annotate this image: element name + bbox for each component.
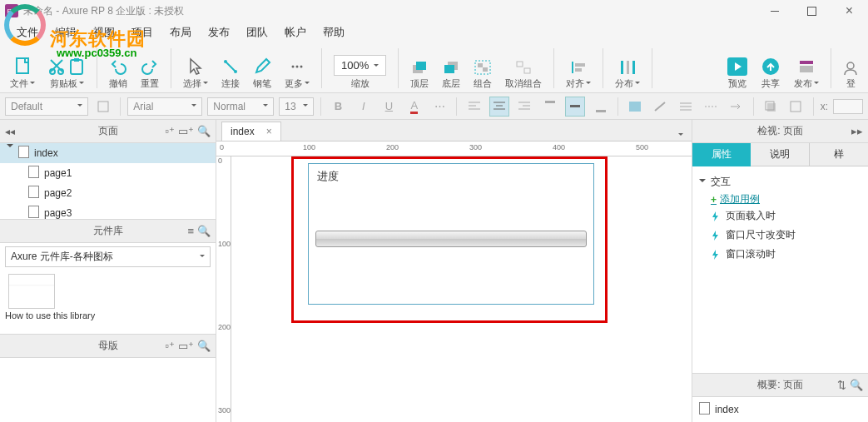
size-select[interactable]: 13 [279, 97, 314, 116]
library-select[interactable]: Axure 元件库-各种图标 [5, 246, 211, 267]
add-case-link[interactable]: 添加用例 [711, 192, 861, 206]
widget-progressbar[interactable] [315, 231, 587, 247]
add-page-icon[interactable]: ▫⁺ [165, 125, 175, 137]
shadow-out-button[interactable] [761, 97, 781, 117]
search-icon[interactable]: 🔍 [850, 379, 863, 391]
svg-rect-23 [627, 61, 629, 74]
line-color-button[interactable] [650, 97, 670, 117]
outline-item-index[interactable]: index [699, 402, 861, 417]
page-page2[interactable]: page2 [0, 183, 216, 203]
color-button[interactable]: A [404, 97, 424, 117]
style-select[interactable]: Default [5, 97, 88, 116]
collapse-left-icon[interactable]: ◂◂ [5, 126, 15, 137]
menu-arrange[interactable]: 布局 [161, 22, 200, 43]
svg-rect-18 [524, 68, 530, 73]
tb-distribute[interactable]: 分布 [610, 47, 645, 92]
tb-preview[interactable]: 预览 [722, 47, 752, 92]
underline-button[interactable]: U [379, 97, 399, 117]
widget-groupbox[interactable]: 进度 [308, 163, 594, 305]
tab-properties[interactable]: 属性 [692, 143, 751, 166]
menu-team[interactable]: 团队 [238, 22, 276, 43]
menu-project[interactable]: 项目 [123, 22, 161, 43]
weight-select[interactable]: Normal [207, 97, 274, 116]
canvas-tabbar: index [216, 120, 692, 141]
menu-publish[interactable]: 发布 [200, 22, 238, 43]
tb-publish[interactable]: 发布 [789, 47, 824, 92]
tb-front[interactable]: 顶层 [405, 47, 434, 92]
tb-group[interactable]: 组合 [469, 47, 497, 92]
menu-view[interactable]: 视图 [85, 22, 123, 43]
style-manage-button[interactable] [93, 97, 113, 117]
tab-menu-icon[interactable] [677, 129, 683, 141]
tb-login[interactable]: 登 [838, 47, 863, 92]
align-left-button[interactable] [464, 97, 484, 117]
minimize-button[interactable] [756, 0, 793, 22]
event-window-resize[interactable]: 窗口尺寸改变时 [711, 226, 861, 245]
tb-clipboard[interactable]: 剪贴板 [43, 47, 90, 92]
x-input[interactable] [833, 99, 863, 114]
ext-button[interactable]: ⋯ [429, 97, 449, 117]
search-icon[interactable]: 🔍 [197, 225, 211, 237]
page-page3[interactable]: page3 [0, 203, 216, 220]
search-icon[interactable]: 🔍 [197, 125, 211, 137]
tb-select[interactable]: 选择 [178, 47, 213, 92]
section-interactions[interactable]: 交互 [699, 175, 861, 189]
tb-file[interactable]: 文件 [5, 47, 40, 92]
arrow-button[interactable] [727, 97, 746, 117]
valign-bot-button[interactable] [590, 97, 610, 117]
tb-pen[interactable]: 钢笔 [248, 47, 276, 92]
close-button[interactable] [831, 0, 868, 22]
page-index[interactable]: index [0, 143, 216, 163]
tb-zoom[interactable]: 100% 缩放 [329, 47, 391, 92]
page-page1[interactable]: page1 [0, 163, 216, 183]
align-center-button[interactable] [489, 97, 509, 117]
separator [553, 48, 554, 88]
italic-button[interactable]: I [354, 97, 374, 117]
valign-top-button[interactable] [540, 97, 560, 117]
tb-connect[interactable]: 连接 [216, 47, 245, 92]
tb-back[interactable]: 底层 [437, 47, 465, 92]
valign-mid-button[interactable] [565, 97, 585, 117]
search-icon[interactable]: 🔍 [197, 340, 211, 352]
event-page-load[interactable]: 页面载入时 [711, 206, 861, 226]
close-tab-icon[interactable] [260, 126, 272, 137]
add-folder-icon[interactable]: ▭⁺ [178, 340, 194, 352]
outline-title: 概要: 页面 [757, 378, 803, 392]
lib-menu-icon[interactable]: ≡ [187, 225, 194, 237]
align-right-button[interactable] [514, 97, 534, 117]
svg-rect-16 [483, 67, 488, 72]
add-folder-icon[interactable]: ▭⁺ [178, 125, 194, 137]
shadow-in-button[interactable] [786, 97, 806, 117]
add-master-icon[interactable]: ▫⁺ [165, 340, 175, 352]
line-width-button[interactable] [676, 97, 696, 117]
font-select[interactable]: Arial [127, 97, 202, 116]
menubar: 文件 编辑 视图 项目 布局 发布 团队 帐户 帮助 [0, 22, 868, 43]
fold-icon[interactable] [7, 147, 13, 159]
maximize-button[interactable] [793, 0, 831, 22]
tb-align[interactable]: 对齐 [561, 47, 596, 92]
menu-file[interactable]: 文件 [8, 22, 47, 43]
line-style-button[interactable] [701, 97, 721, 117]
bold-button[interactable]: B [328, 97, 348, 117]
menu-account[interactable]: 帐户 [276, 22, 315, 43]
fill-button[interactable] [625, 97, 645, 117]
menu-edit[interactable]: 编辑 [47, 22, 85, 43]
tb-undo[interactable]: 撤销 [104, 47, 132, 92]
library-panel-header: 元件库 ≡ 🔍 [0, 220, 216, 243]
event-window-scroll[interactable]: 窗口滚动时 [711, 245, 861, 264]
paste-icon [68, 57, 85, 76]
page-icon [28, 166, 39, 181]
tb-ungroup[interactable]: 取消组合 [500, 47, 547, 92]
tb-more[interactable]: 更多 [280, 47, 315, 92]
tab-notes[interactable]: 说明 [751, 143, 809, 166]
tab-index[interactable]: index [221, 122, 281, 141]
tb-share[interactable]: 共享 [756, 47, 786, 92]
zoom-select[interactable]: 100% [334, 55, 386, 76]
library-thumb[interactable] [8, 274, 55, 309]
canvas[interactable]: 进度 [231, 156, 692, 422]
tab-style[interactable]: 样 [809, 143, 868, 166]
sort-icon[interactable]: ⇅ [837, 379, 846, 391]
expand-right-icon[interactable]: ▸▸ [851, 125, 863, 137]
tb-redo[interactable]: 重置 [136, 47, 164, 92]
menu-help[interactable]: 帮助 [315, 22, 353, 43]
